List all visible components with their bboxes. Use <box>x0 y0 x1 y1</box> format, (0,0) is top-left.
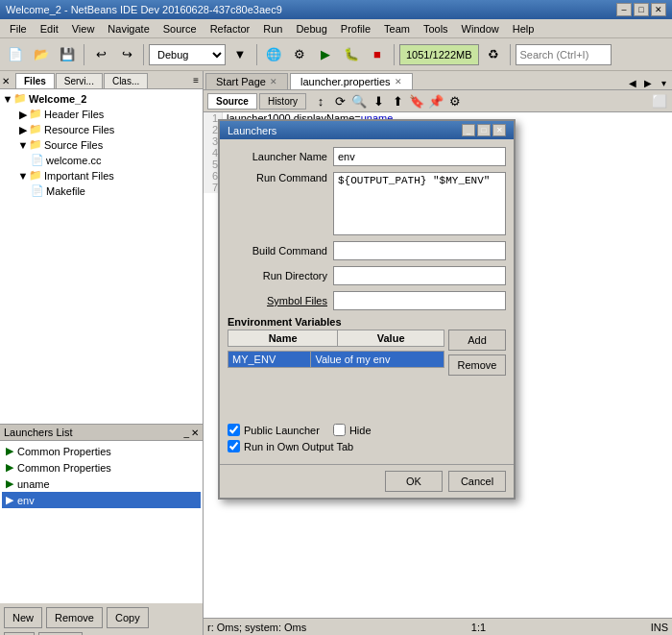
tab-services[interactable]: Servi... <box>56 73 103 88</box>
menu-refactor[interactable]: Refactor <box>204 22 256 36</box>
tab-classes[interactable]: Clas... <box>104 73 148 88</box>
debug-run-btn[interactable]: 🐛 <box>340 43 363 66</box>
symbol-files-input[interactable] <box>333 291 506 310</box>
undo-btn[interactable]: ↩ <box>89 43 112 66</box>
remove-launcher-btn[interactable]: Remove <box>46 607 103 628</box>
tab-files[interactable]: Files <box>15 73 55 88</box>
build-command-input[interactable] <box>333 241 506 260</box>
maximize-btn[interactable]: □ <box>634 3 649 16</box>
dialog-close-btn[interactable]: ✕ <box>492 124 506 136</box>
menu-help[interactable]: Help <box>507 22 540 36</box>
env-row-my-env[interactable]: MY_ENV Value of my env <box>228 352 444 368</box>
editor-tool-3[interactable]: 🔍 <box>350 92 368 110</box>
toolbar-sep-4 <box>394 44 395 65</box>
menu-debug[interactable]: Debug <box>290 22 332 36</box>
dialog-minimize-btn[interactable]: _ <box>462 124 475 136</box>
tab-nav-right[interactable]: ▶ <box>641 76 655 89</box>
own-output-checkbox[interactable] <box>228 440 240 452</box>
menu-team[interactable]: Team <box>378 22 416 36</box>
config-select[interactable]: Debug <box>149 44 226 65</box>
gc-btn[interactable]: ♻ <box>482 43 505 66</box>
editor-maximize-btn[interactable]: ⬜ <box>651 92 668 110</box>
tab-launcher-close[interactable]: ✕ <box>395 77 402 86</box>
launcher-common-1[interactable]: ▶ Common Properties <box>2 443 201 459</box>
minimize-btn[interactable]: – <box>616 3 632 16</box>
redo-btn[interactable]: ↪ <box>115 43 138 66</box>
env-col-name: Name <box>228 330 338 347</box>
tab-source[interactable]: Source <box>207 93 257 110</box>
tree-item-important-files[interactable]: ▼ 📁 Important Files <box>2 168 201 183</box>
tab-history[interactable]: History <box>259 93 306 110</box>
status-left: r: Oms; system: Oms <box>207 622 306 633</box>
editor-tool-1[interactable]: ↕ <box>312 92 329 110</box>
title-bar: Welcome_2 - NetBeans IDE Dev 20160628-43… <box>0 0 672 19</box>
stop-btn[interactable]: ■ <box>366 43 389 66</box>
editor-tool-7[interactable]: 📌 <box>427 92 444 110</box>
ok-btn[interactable]: OK <box>385 471 443 492</box>
tab-launcher-props[interactable]: launcher.properties ✕ <box>290 73 413 89</box>
editor-tool-4[interactable]: ⬇ <box>370 92 387 110</box>
editor-tool-8[interactable]: ⚙ <box>446 92 464 110</box>
run-directory-input[interactable] <box>333 266 506 285</box>
menu-source[interactable]: Source <box>157 22 203 36</box>
tree-item-makefile[interactable]: 📄 Makefile <box>2 183 201 199</box>
panel-menu-btn[interactable]: ≡ <box>191 73 201 88</box>
editor-tool-6[interactable]: 🔖 <box>408 92 425 110</box>
launchers-header-btns: _ ✕ <box>183 427 199 438</box>
editor-tool-5[interactable]: ⬆ <box>389 92 406 110</box>
new-project-btn[interactable]: 📄 <box>4 43 27 66</box>
resource-expand: ▶ <box>17 124 29 135</box>
save-btn[interactable]: 💾 <box>56 43 79 66</box>
config-btn[interactable]: ▼ <box>228 43 252 66</box>
menu-navigate[interactable]: Navigate <box>102 22 155 36</box>
launcher-common-2[interactable]: ▶ Common Properties <box>2 459 201 476</box>
menu-edit[interactable]: Edit <box>35 22 64 36</box>
symbol-files-label: Symbol Files <box>228 295 333 306</box>
env-action-btns: Add Remove <box>448 330 506 418</box>
globe-btn[interactable]: 🌐 <box>262 43 285 66</box>
hide-checkbox[interactable] <box>333 424 346 436</box>
menu-view[interactable]: View <box>66 22 101 36</box>
tree-root[interactable]: ▼ 📁 Welcome_2 <box>2 91 201 107</box>
launcher-name-input[interactable] <box>333 147 506 166</box>
cancel-btn[interactable]: Cancel <box>448 471 506 492</box>
tree-item-welcome-cc[interactable]: 📄 welcome.cc <box>2 153 201 168</box>
play-btn[interactable]: ▶ <box>314 43 337 66</box>
tree-item-resource-files[interactable]: ▶ 📁 Resource Files <box>2 122 201 137</box>
close-btn[interactable]: ✕ <box>651 3 666 16</box>
editor-tool-2[interactable]: ⟳ <box>331 92 348 110</box>
menu-profile[interactable]: Profile <box>335 22 376 36</box>
add-env-btn[interactable]: Add <box>448 330 506 351</box>
left-panel-toggle[interactable]: ✕ <box>2 76 15 86</box>
menu-run[interactable]: Run <box>257 22 288 36</box>
remove-env-btn[interactable]: Remove <box>448 354 506 376</box>
launcher-env[interactable]: ▶ env <box>2 492 201 508</box>
tab-nav-menu[interactable]: ▾ <box>657 76 670 89</box>
tree-item-header-files[interactable]: ▶ 📁 Header Files <box>2 107 201 122</box>
menu-file[interactable]: File <box>4 22 33 36</box>
menu-window[interactable]: Window <box>456 22 505 36</box>
menu-tools[interactable]: Tools <box>418 22 454 36</box>
public-launcher-checkbox[interactable] <box>228 424 240 436</box>
run-command-textarea[interactable]: ${OUTPUT_PATH} "$MY_ENV" <box>333 172 506 235</box>
left-panel: ✕ Files Servi... Clas... ≡ ▼ 📁 Welcome_2… <box>0 71 204 635</box>
launchers-close-btn[interactable]: ✕ <box>191 427 199 438</box>
toolbar-sep-2 <box>143 44 144 65</box>
build-command-label: Build Command <box>228 245 333 256</box>
dialog-maximize-btn[interactable]: □ <box>477 124 491 136</box>
open-btn[interactable]: 📂 <box>30 43 53 66</box>
source-expand: ▼ <box>17 139 29 151</box>
tab-nav: ◀ ▶ ▾ <box>626 76 670 89</box>
memory-btn[interactable]: 1051/1222MB <box>399 44 479 65</box>
launchers-minimize-btn[interactable]: _ <box>183 427 189 438</box>
tab-start-close[interactable]: ✕ <box>270 77 277 86</box>
tree-item-source-files[interactable]: ▼ 📁 Source Files <box>2 137 201 153</box>
symbol-files-row: Symbol Files <box>228 291 506 310</box>
new-launcher-btn[interactable]: New <box>4 607 42 628</box>
search-input[interactable] <box>516 44 612 65</box>
tab-start-page[interactable]: Start Page ✕ <box>205 73 288 89</box>
launcher-uname[interactable]: ▶ uname <box>2 476 201 492</box>
tab-nav-left[interactable]: ◀ <box>626 76 639 89</box>
copy-launcher-btn[interactable]: Copy <box>107 607 149 628</box>
settings-btn[interactable]: ⚙ <box>288 43 311 66</box>
